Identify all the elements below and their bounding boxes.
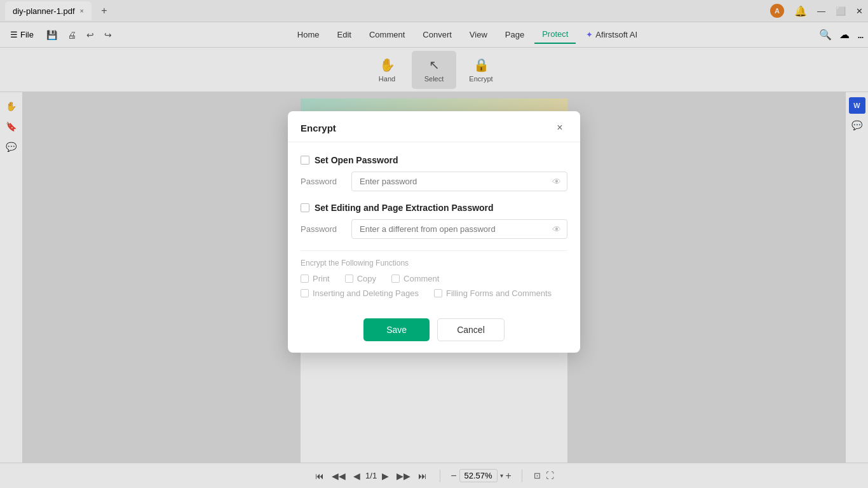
- editing-password-checkbox[interactable]: [301, 203, 309, 212]
- password-label: Password: [301, 177, 345, 186]
- insert-delete-checkbox[interactable]: [301, 289, 309, 297]
- open-password-checkbox-row: Set Open Password: [301, 155, 567, 165]
- dialog-header: Encrypt ×: [288, 111, 580, 142]
- editing-password-field-row: Password 👁: [301, 219, 567, 239]
- comment-label: Comment: [403, 274, 439, 283]
- copy-checkbox[interactable]: [345, 274, 353, 283]
- editing-password-label-text: Password: [301, 224, 345, 234]
- copy-label: Copy: [357, 274, 376, 283]
- editing-password-label: Set Editing and Page Extraction Password: [315, 203, 494, 213]
- open-password-section: Set Open Password Password 👁: [301, 155, 567, 191]
- dialog-close-button[interactable]: ×: [552, 120, 567, 135]
- dialog-body: Set Open Password Password 👁 Set Editing…: [288, 142, 580, 311]
- insert-delete-checkbox-item: Inserting and Deleting Pages: [301, 288, 419, 298]
- print-checkbox[interactable]: [301, 274, 309, 283]
- encrypt-row-2: Inserting and Deleting Pages Filling For…: [301, 288, 567, 298]
- open-password-label: Set Open Password: [315, 155, 398, 165]
- section-divider: [301, 250, 567, 251]
- encrypt-dialog: Encrypt × Set Open Password Password 👁 S…: [288, 111, 580, 353]
- encrypt-row-1: Print Copy Comment: [301, 274, 567, 283]
- password-input-wrapper: 👁: [351, 172, 567, 191]
- dialog-title: Encrypt: [301, 123, 336, 133]
- password-toggle-icon[interactable]: 👁: [552, 177, 561, 187]
- copy-checkbox-item: Copy: [345, 274, 376, 283]
- print-checkbox-item: Print: [301, 274, 330, 283]
- editing-password-toggle-icon[interactable]: 👁: [552, 224, 561, 234]
- insert-delete-label: Inserting and Deleting Pages: [313, 288, 419, 298]
- password-field-row: Password 👁: [301, 172, 567, 191]
- filling-forms-checkbox-item: Filling Forms and Comments: [434, 288, 552, 298]
- encrypt-checkboxes: Print Copy Comment Inserting and Deletin…: [301, 274, 567, 298]
- print-label: Print: [313, 274, 330, 283]
- save-button[interactable]: Save: [363, 318, 430, 341]
- encrypt-functions-label: Encrypt the Following Functions: [301, 259, 567, 268]
- filling-forms-checkbox[interactable]: [434, 289, 442, 297]
- editing-password-input[interactable]: [351, 219, 567, 239]
- cancel-button[interactable]: Cancel: [437, 318, 505, 341]
- comment-checkbox-item: Comment: [391, 274, 439, 283]
- open-password-checkbox[interactable]: [301, 156, 309, 165]
- comment-checkbox[interactable]: [391, 274, 400, 283]
- filling-forms-label: Filling Forms and Comments: [446, 288, 552, 298]
- editing-password-input-wrapper: 👁: [351, 219, 567, 239]
- password-input[interactable]: [351, 172, 567, 191]
- editing-password-checkbox-row: Set Editing and Page Extraction Password: [301, 203, 567, 213]
- editing-password-section: Set Editing and Page Extraction Password…: [301, 203, 567, 239]
- dialog-footer: Save Cancel: [288, 311, 580, 353]
